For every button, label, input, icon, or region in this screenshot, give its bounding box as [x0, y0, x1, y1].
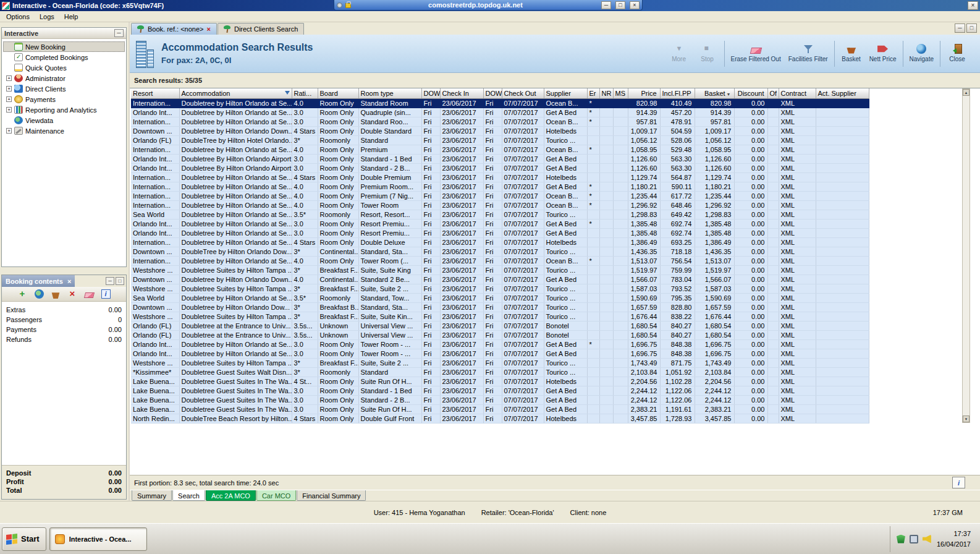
display-icon[interactable]: [910, 535, 918, 543]
volume-icon[interactable]: [923, 535, 931, 543]
column-header-incl-fl-pp[interactable]: Incl.Fl.PP: [660, 88, 695, 98]
table-row[interactable]: North Redin...DoubleTree Beach Resort by…: [131, 414, 869, 423]
table-row[interactable]: Downtown ...DoubleTree by Hilton Orlando…: [131, 247, 869, 256]
column-header-discount[interactable]: Discount: [734, 88, 767, 98]
table-row[interactable]: Internation...Doubletree by Hilton Orlan…: [131, 200, 869, 210]
bottom-tab-search[interactable]: Search: [172, 490, 205, 501]
tab-book-ref-none[interactable]: Book. ref.: <none>×: [131, 23, 217, 35]
close-button[interactable]: Close: [943, 41, 971, 66]
basket-button[interactable]: Basket: [837, 42, 866, 66]
vertical-scrollbar[interactable]: ▲ ▼: [962, 88, 970, 423]
table-row[interactable]: Internation...Doubletree by Hilton Orlan…: [131, 182, 869, 191]
column-header-ms[interactable]: MS: [613, 88, 628, 98]
table-row[interactable]: Orlando Int...Doubletree by Hilton Orlan…: [131, 108, 869, 117]
table-row[interactable]: Internation...Doubletree by Hilton Orlan…: [131, 256, 869, 265]
table-row[interactable]: Internation...Doubletree by Hilton Orlan…: [131, 191, 869, 200]
table-row[interactable]: Sea WorldDoubletree by Hilton Orlando at…: [131, 293, 869, 302]
table-row[interactable]: Orlando (FL)Doubletree at the Entrance t…: [131, 330, 869, 339]
table-row[interactable]: Downtown ...Doubletree by Hilton Orlando…: [131, 275, 869, 284]
tab-close-icon[interactable]: ×: [207, 25, 211, 33]
table-row[interactable]: Internation...Doubletree by Hilton Orlan…: [131, 117, 869, 126]
column-header-act-supplier[interactable]: Act. Supplier: [816, 88, 869, 98]
sidebar-item-reporting-and-analytics[interactable]: +Reporting and Analytics: [3, 104, 125, 115]
table-row[interactable]: Orlando Int...Doubletree By Hilton Orlan…: [131, 163, 869, 173]
menu-options[interactable]: Options: [1, 12, 35, 21]
table-row[interactable]: Internation...Doubletree by Hilton Orlan…: [131, 173, 869, 182]
table-row[interactable]: Orlando Int...Doubletree By Hilton Orlan…: [131, 154, 869, 163]
navigate-button[interactable]: Navigate: [906, 41, 937, 66]
bottom-tab-financial-summary[interactable]: Financial Summary: [297, 490, 366, 501]
table-row[interactable]: Westshore ...Doubletree Suites by Hilton…: [131, 358, 869, 367]
table-row[interactable]: Westshore ...Doubletree Suites by Hilton…: [131, 265, 869, 275]
table-row[interactable]: Westshore ...Doubletree Suites by Hilton…: [131, 284, 869, 293]
column-header-price[interactable]: Price: [628, 88, 660, 98]
column-header-check-in[interactable]: Check In: [440, 88, 483, 98]
table-row[interactable]: Internation...Doubletree by Hilton Orlan…: [131, 98, 869, 108]
expand-toggle-icon[interactable]: +: [6, 128, 12, 134]
bottom-tab-summary[interactable]: Summary: [132, 490, 172, 501]
column-header-dow[interactable]: DOW: [483, 88, 502, 98]
pin-icon[interactable]: [337, 2, 342, 8]
sidebar-item-payments[interactable]: +Payments: [3, 94, 125, 104]
sidebar-item-new-booking[interactable]: +New Booking: [3, 41, 125, 52]
expand-toggle-icon[interactable]: +: [6, 96, 12, 102]
column-header-of[interactable]: Of: [767, 88, 779, 98]
column-header-resort[interactable]: Resort: [131, 88, 179, 98]
antivirus-icon[interactable]: [897, 535, 905, 543]
column-header-contract[interactable]: Contract: [779, 88, 816, 98]
sidebar-item-administrator[interactable]: +Administrator: [3, 73, 125, 83]
info-button[interactable]: i: [952, 477, 965, 488]
sidebar-item-maintenance[interactable]: +Maintenance: [3, 126, 125, 136]
basket-add-icon[interactable]: [51, 289, 61, 299]
table-row[interactable]: Orlando Int...Doubletree by Hilton Orlan…: [131, 219, 869, 228]
rdp-connection-bar[interactable]: comostreetrdp.topdog.uk.net ─ □ ×: [334, 0, 643, 11]
sidebar-item-quick-quotes[interactable]: +Quick Quotes: [3, 62, 125, 73]
rdp-restore-button[interactable]: □: [615, 1, 625, 9]
expand-toggle-icon[interactable]: +: [6, 86, 12, 92]
column-header-room-type[interactable]: Room type: [358, 88, 421, 98]
menu-logs[interactable]: Logs: [35, 12, 59, 21]
column-header-er[interactable]: Er: [587, 88, 599, 98]
menu-help[interactable]: Help: [59, 12, 83, 21]
add-icon[interactable]: [18, 289, 27, 299]
table-row[interactable]: Sea WorldDoubletree by Hilton Orlando at…: [131, 210, 869, 219]
window-close-button[interactable]: ×: [968, 1, 978, 10]
bottom-tab-acc-2a-mco[interactable]: Acc 2A MCO: [206, 490, 256, 501]
expand-toggle-icon[interactable]: +: [6, 107, 12, 113]
column-header-supplier[interactable]: Supplier: [544, 88, 587, 98]
globe-icon[interactable]: [35, 289, 44, 299]
mdi-restore-button[interactable]: □: [966, 23, 977, 33]
rdp-close-button[interactable]: ×: [630, 1, 640, 9]
table-row[interactable]: Orlando (FL)Doubletree at the Entrance t…: [131, 321, 869, 330]
facilities-filter-button[interactable]: Facilities Filter: [785, 41, 832, 66]
column-header-accommodation[interactable]: Accommodation: [179, 88, 292, 98]
panel-collapse-button[interactable]: ─: [114, 29, 124, 37]
bottom-tab-car-mco[interactable]: Car MCO: [256, 490, 296, 501]
scroll-up-icon[interactable]: ▲: [963, 89, 969, 96]
start-button[interactable]: Start: [2, 527, 46, 551]
eraser-icon[interactable]: [83, 292, 94, 298]
table-row[interactable]: Orlando Int...Doubletree by Hilton Orlan…: [131, 339, 869, 349]
booking-contents-tab[interactable]: Booking contents ×: [2, 275, 75, 287]
panel-float-button[interactable]: □: [116, 277, 124, 285]
scroll-down-icon[interactable]: ▼: [963, 416, 969, 422]
table-row[interactable]: Internation...Doubletree by Hilton Orlan…: [131, 145, 869, 154]
table-row[interactable]: Lake Buena...Doubletree Guest Suites In …: [131, 395, 869, 404]
delete-icon[interactable]: [68, 289, 77, 299]
expand-toggle-icon[interactable]: +: [6, 75, 12, 81]
table-row[interactable]: Internation...Doubletree by Hilton Orlan…: [131, 237, 869, 247]
column-header-basket[interactable]: Basket▼: [695, 88, 734, 98]
taskbar-task-interactive[interactable]: Interactive - Ocea...: [49, 527, 147, 551]
mdi-minimize-button[interactable]: ─: [955, 23, 965, 33]
sidebar-item-direct-clients[interactable]: +Direct Clients: [3, 83, 125, 94]
column-header-dow[interactable]: DOW: [421, 88, 440, 98]
table-row[interactable]: Lake Buena...Doubletree Guest Suites In …: [131, 377, 869, 386]
info-icon[interactable]: [101, 289, 111, 299]
column-header-check-out[interactable]: Check Out: [502, 88, 544, 98]
table-row[interactable]: Downtown ...Doubletree by Hilton Orlando…: [131, 302, 869, 312]
table-row[interactable]: Orlando (FL)DoubleTree by Hilton Hotel O…: [131, 135, 869, 145]
tab-direct-clients-search[interactable]: Direct Clients Search: [218, 23, 304, 35]
table-row[interactable]: Orlando Int...Doubletree by Hilton Orlan…: [131, 349, 869, 358]
column-header-nr[interactable]: NR: [599, 88, 613, 98]
table-row[interactable]: *Kissimmee*Doubletree Guest Suites Walt …: [131, 367, 869, 377]
